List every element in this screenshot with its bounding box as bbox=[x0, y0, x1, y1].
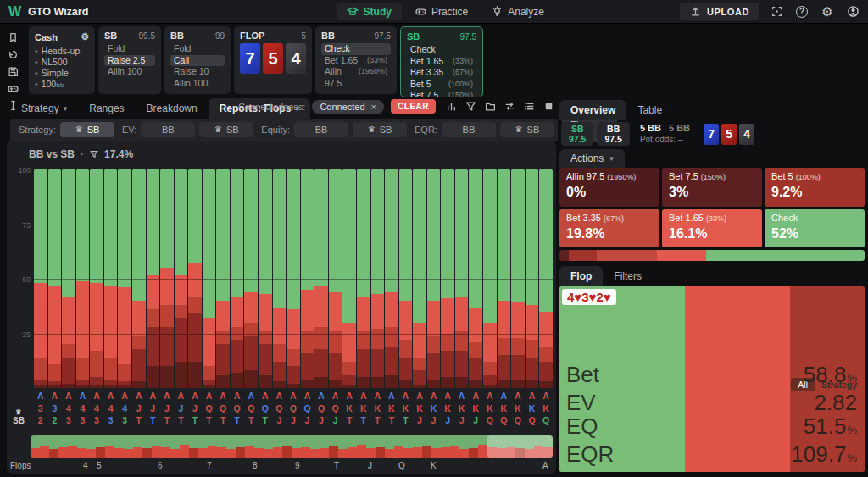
action-card-check[interactable]: Check52% bbox=[765, 209, 865, 248]
scan-icon[interactable] bbox=[770, 5, 783, 19]
flop-bar-AhJhTh[interactable] bbox=[132, 169, 146, 388]
flop-bar-AhJhTh[interactable] bbox=[160, 169, 174, 388]
help-icon[interactable]: ? bbox=[795, 5, 809, 19]
node-panel-bb-4[interactable]: BB97.5CheckBet 1.65(33%)Allin 97.5(1950%… bbox=[315, 26, 397, 94]
grid-icon[interactable] bbox=[524, 101, 535, 112]
swap-icon[interactable] bbox=[504, 101, 515, 112]
node-action-check[interactable]: Check bbox=[407, 44, 476, 56]
metric-button-sb[interactable]: ♛SB bbox=[60, 122, 114, 137]
tab-flop[interactable]: Flop bbox=[559, 266, 603, 286]
flop-bar-AhQhJh[interactable] bbox=[287, 169, 300, 388]
flop-bar-Ah4h3h[interactable] bbox=[62, 169, 75, 388]
flop-bar-AhKhTd[interactable] bbox=[357, 169, 370, 388]
connected-filter-chip[interactable]: Connected × bbox=[312, 100, 384, 114]
flop-bar-AhKhJc[interactable] bbox=[469, 169, 482, 388]
history-icon[interactable] bbox=[8, 49, 19, 60]
bookmark-icon[interactable] bbox=[8, 32, 19, 43]
flop-bar-AhJhTc[interactable] bbox=[188, 169, 202, 388]
folder-icon[interactable] bbox=[485, 101, 496, 112]
metric-button-bb[interactable]: BB bbox=[141, 122, 195, 137]
action-card-bet-1.65[interactable]: Bet 1.65(33%)16.1% bbox=[662, 209, 762, 248]
upload-button[interactable]: UPLOAD bbox=[680, 3, 760, 20]
flop-bar-AhKdQh[interactable] bbox=[526, 169, 539, 388]
flop-bar-Ad3h2h[interactable] bbox=[34, 169, 47, 388]
close-icon[interactable]: × bbox=[371, 102, 376, 112]
flop-bar-AhJdTh[interactable] bbox=[175, 169, 188, 388]
flop-panel[interactable]: FLOP5754 bbox=[234, 26, 312, 94]
metric-button-bb[interactable]: BB bbox=[442, 122, 496, 137]
flop-bar-Ah3d2c[interactable] bbox=[48, 169, 62, 388]
node-action-bet-5[interactable]: Bet 5(100%) bbox=[407, 79, 476, 91]
metric-button-sb[interactable]: ♛SB bbox=[353, 122, 407, 137]
metric-button-bb[interactable]: BB bbox=[294, 122, 348, 137]
node-action-bet-3.35[interactable]: Bet 3.35(67%) bbox=[407, 67, 476, 79]
node-action-check[interactable]: Check bbox=[321, 43, 391, 55]
flop-bar-AhKhJh[interactable] bbox=[413, 169, 426, 388]
metric-button-sb[interactable]: ♛SB bbox=[500, 122, 554, 137]
tab-ranges[interactable]: Ranges bbox=[78, 98, 135, 119]
flop-bar-AhQhJc[interactable] bbox=[329, 169, 342, 388]
flop-bar-AdKhQh[interactable] bbox=[498, 169, 511, 388]
node-action-raise-2.5[interactable]: Raise 2.5 bbox=[104, 55, 155, 67]
flop-bar-AhQhTh[interactable] bbox=[216, 169, 230, 388]
node-panel-bb-2[interactable]: BB99FoldCallRaise 10Allin 100 bbox=[164, 26, 231, 94]
gear-icon[interactable]: ⚙ bbox=[81, 31, 89, 43]
node-action-allin-97.5[interactable]: Allin 97.5(1950%) bbox=[321, 66, 391, 89]
player-chip-bb[interactable]: BB97.5 bbox=[597, 122, 629, 146]
account-icon[interactable] bbox=[846, 5, 860, 19]
action-card-bet-3.35[interactable]: Bet 3.35(67%)19.8% bbox=[559, 209, 659, 248]
minimap-selection-window[interactable] bbox=[487, 435, 553, 458]
flop-bar-AhKhTc[interactable] bbox=[399, 169, 413, 388]
node-action-bet-1.65[interactable]: Bet 1.65(33%) bbox=[321, 55, 391, 67]
flop-bar-Ah4h3h[interactable] bbox=[90, 169, 103, 388]
flop-bar-AhKhJd[interactable] bbox=[441, 169, 454, 388]
flop-bar-AhQdJh[interactable] bbox=[301, 169, 314, 388]
flop-bar-AdKhJh[interactable] bbox=[455, 169, 469, 388]
actions-dropdown[interactable]: Actions ▾ bbox=[559, 149, 625, 168]
node-action-fold[interactable]: Fold bbox=[170, 43, 225, 55]
node-panel-sb-5[interactable]: SB97.5CheckBet 1.65(33%)Bet 3.35(67%)Bet… bbox=[400, 26, 483, 97]
settings-icon[interactable]: ⚙ bbox=[821, 5, 834, 19]
node-action-fold[interactable]: Fold bbox=[104, 43, 155, 55]
flop-bar-AhKhTh[interactable] bbox=[342, 169, 356, 388]
node-action-raise-10[interactable]: Raise 10 bbox=[170, 66, 225, 78]
flops-minimap[interactable] bbox=[31, 435, 553, 458]
node-action-allin-100[interactable]: Allin 100 bbox=[170, 78, 225, 90]
node-panel-sb-1[interactable]: SB99.5FoldRaise 2.5Allin 100 bbox=[98, 26, 161, 94]
flop-bar-AhKdJh[interactable] bbox=[427, 169, 441, 388]
flop-bar-AhKhQc[interactable] bbox=[539, 169, 553, 388]
nav-item-study[interactable]: Study bbox=[337, 3, 402, 20]
flop-bar-Ad4h3h[interactable] bbox=[76, 169, 90, 388]
flop-bar-AhJhTd[interactable] bbox=[147, 169, 160, 388]
flop-bar-AhQdTc[interactable] bbox=[259, 169, 272, 388]
node-action-bet-1.65[interactable]: Bet 1.65(33%) bbox=[407, 56, 476, 68]
filter-icon[interactable] bbox=[465, 101, 476, 112]
tab-table[interactable]: Table bbox=[626, 100, 673, 120]
tab-strategy[interactable]: Strategy▾ bbox=[10, 98, 78, 119]
action-card-allin-97.5[interactable]: Allin 97.5(1950%)0% bbox=[559, 168, 659, 207]
flop-bar-Ah4h3d[interactable] bbox=[104, 169, 118, 388]
game-settings-panel[interactable]: Cash⚙•Heads-up•NL500•Simple•100bb bbox=[29, 26, 95, 94]
flop-bar-AhKhQh[interactable] bbox=[511, 169, 525, 388]
player-chip-sb[interactable]: SB97.5 bbox=[561, 122, 593, 146]
action-card-bet-5[interactable]: Bet 5(100%)9.2% bbox=[765, 168, 865, 207]
flop-bar-AhQhJh[interactable] bbox=[273, 169, 287, 388]
action-card-bet-7.5[interactable]: Bet 7.5(150%)3% bbox=[662, 168, 762, 207]
flop-bar-Ah4d3c[interactable] bbox=[118, 169, 131, 388]
flop-bar-AhKhTh[interactable] bbox=[371, 169, 385, 388]
bar-chart-icon[interactable] bbox=[446, 101, 457, 112]
tab-filters[interactable]: Filters bbox=[603, 266, 653, 286]
tab-overview[interactable]: Overview bbox=[559, 100, 626, 120]
flop-bar-AdQhJh[interactable] bbox=[314, 169, 328, 388]
tab-breakdown[interactable]: Breakdown bbox=[136, 98, 209, 119]
node-action-call[interactable]: Call bbox=[170, 55, 225, 67]
nav-item-practice[interactable]: Practice bbox=[405, 3, 478, 20]
save-icon[interactable] bbox=[8, 66, 19, 77]
square-icon[interactable] bbox=[543, 101, 554, 112]
flop-bar-AdQhTh[interactable] bbox=[244, 169, 258, 388]
nav-item-analyze[interactable]: Analyze bbox=[481, 3, 554, 20]
flop-bar-AhQhTd[interactable] bbox=[231, 169, 244, 388]
flop-bar-AdKhTh[interactable] bbox=[385, 169, 398, 388]
node-action-allin-100[interactable]: Allin 100 bbox=[104, 66, 155, 78]
flop-bar-AhQhTh[interactable] bbox=[203, 169, 216, 388]
